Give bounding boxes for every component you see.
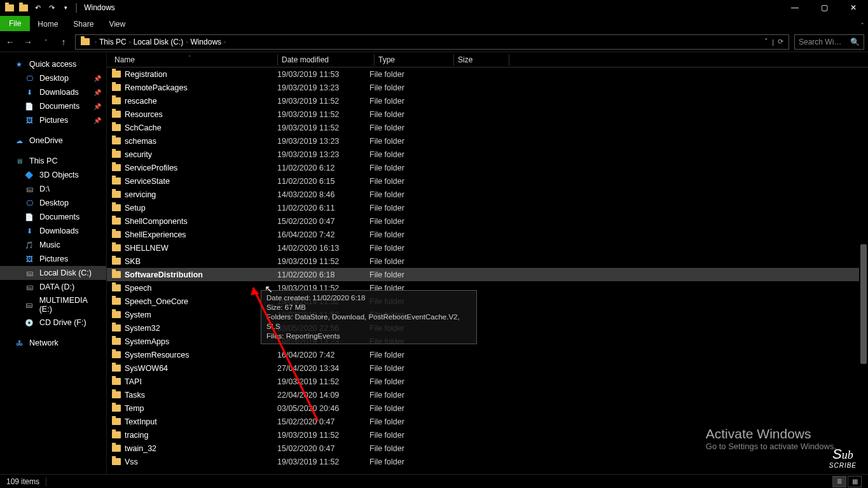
- sidebar-item[interactable]: 🖴Local Disk (C:): [0, 266, 106, 280]
- breadcrumb-local-disk-c[interactable]: Local Disk (C:): [134, 38, 184, 46]
- file-date: 19/03/2019 11:52: [277, 257, 369, 266]
- sidebar-item[interactable]: 💿CD Drive (F:): [0, 316, 106, 330]
- scrollbar[interactable]: [859, 67, 868, 474]
- search-input[interactable]: Search Wi… 🔍: [794, 34, 864, 50]
- close-button[interactable]: ✕: [839, 0, 868, 15]
- sidebar-item[interactable]: 🖴MULTIMEDIA (E:): [0, 294, 106, 316]
- navigation-pane[interactable]: ★ Quick access 🖵Desktop📌⬇Downloads📌📄Docu…: [0, 52, 107, 474]
- chevron-right-icon[interactable]: ›: [224, 39, 226, 45]
- home-tab[interactable]: Home: [30, 17, 65, 31]
- chevron-right-icon[interactable]: ›: [129, 39, 131, 45]
- file-name: SHELLNEW: [125, 244, 169, 253]
- file-row[interactable]: Speech_OneCore19/03/2019 11:52File folde…: [107, 295, 868, 308]
- share-tab[interactable]: Share: [65, 17, 101, 31]
- back-button[interactable]: ←: [4, 36, 17, 48]
- column-header-date[interactable]: Date modified: [282, 55, 374, 64]
- file-row[interactable]: schemas19/03/2019 13:23File folder: [107, 134, 868, 148]
- sidebar-network[interactable]: 🖧 Network: [0, 336, 106, 350]
- file-row[interactable]: SchCache19/03/2019 11:52File folder: [107, 121, 868, 134]
- chevron-right-icon[interactable]: ›: [95, 39, 97, 45]
- file-row[interactable]: SoftwareDistribution11/02/2020 6:18File …: [107, 268, 868, 281]
- file-type: File folder: [369, 244, 444, 253]
- sidebar-quick-access[interactable]: ★ Quick access: [0, 57, 106, 71]
- file-row[interactable]: SHELLNEW14/02/2020 16:13File folder: [107, 241, 868, 254]
- folder-icon: [112, 431, 121, 438]
- tooltip-line: Date created: 11/02/2020 6:18: [266, 293, 471, 303]
- file-date: 19/03/2019 13:23: [277, 137, 369, 146]
- folder-icon: [112, 71, 121, 78]
- forward-button[interactable]: →: [22, 36, 34, 48]
- refresh-icon[interactable]: ⟳: [778, 38, 783, 46]
- sidebar-item[interactable]: ⬇Downloads📌: [0, 85, 106, 99]
- downloads-icon: ⬇: [24, 87, 34, 97]
- file-row[interactable]: rescache19/03/2019 11:52File folder: [107, 94, 868, 108]
- file-row[interactable]: SKB19/03/2019 11:52File folder: [107, 254, 868, 268]
- sidebar-item-label: Downloads: [39, 88, 79, 97]
- file-row[interactable]: SystemApps19/03/2019 13:23File folder: [107, 335, 868, 348]
- details-view-button[interactable]: ≣: [832, 476, 846, 487]
- file-name: RemotePackages: [125, 83, 188, 92]
- sidebar-onedrive[interactable]: ☁ OneDrive: [0, 134, 106, 148]
- view-tab[interactable]: View: [101, 17, 133, 31]
- file-row[interactable]: ServiceState11/02/2020 6:15File folder: [107, 174, 868, 188]
- file-date: 19/03/2019 11:52: [277, 431, 369, 440]
- file-row[interactable]: ShellComponents15/02/2020 0:47File folde…: [107, 214, 868, 228]
- file-row[interactable]: Registration19/03/2019 11:53File folder: [107, 67, 868, 81]
- sidebar-item[interactable]: 🖴D:\: [0, 182, 106, 196]
- file-row[interactable]: SysWOW6427/04/2020 13:34File folder: [107, 361, 868, 375]
- file-row[interactable]: System19/03/2019 11:52File folder: [107, 308, 868, 321]
- sidebar-item[interactable]: 📄Documents📌: [0, 99, 106, 113]
- file-row[interactable]: servicing14/03/2020 8:46File folder: [107, 188, 868, 201]
- file-row[interactable]: ShellExperiences16/04/2020 7:42File fold…: [107, 228, 868, 241]
- file-row[interactable]: Tasks22/04/2020 14:09File folder: [107, 388, 868, 401]
- file-row[interactable]: Setup11/02/2020 6:11File folder: [107, 201, 868, 214]
- file-name: SKB: [125, 257, 141, 266]
- column-header-name[interactable]: Name ˄: [112, 55, 277, 64]
- undo-icon[interactable]: ↶: [32, 3, 43, 13]
- sidebar-item[interactable]: 🖵Desktop: [0, 196, 106, 210]
- file-row[interactable]: security19/03/2019 13:23File folder: [107, 148, 868, 161]
- breadcrumb-windows[interactable]: Windows: [190, 38, 221, 46]
- chevron-right-icon[interactable]: ›: [186, 39, 188, 45]
- minimize-button[interactable]: —: [780, 0, 809, 15]
- file-row[interactable]: System3203/05/2020 22:56File folder: [107, 321, 868, 335]
- icons-view-button[interactable]: ▦: [848, 476, 862, 487]
- sidebar-item[interactable]: 🖼Pictures: [0, 252, 106, 266]
- file-row[interactable]: Speech19/03/2019 11:52File folder: [107, 281, 868, 295]
- file-row[interactable]: Temp03/05/2020 20:46File folder: [107, 401, 868, 415]
- collapse-ribbon-icon[interactable]: ˅: [857, 20, 868, 31]
- breadcrumb-this-pc[interactable]: This PC: [99, 38, 127, 46]
- file-row[interactable]: ServiceProfiles11/02/2020 6:12File folde…: [107, 161, 868, 174]
- file-row[interactable]: TAPI19/03/2019 11:52File folder: [107, 375, 868, 388]
- recent-locations-icon[interactable]: ˅: [39, 36, 52, 48]
- address-bar: ← → ˅ ↑ › This PC › Local Disk (C:) › Wi…: [0, 32, 868, 52]
- file-row[interactable]: RemotePackages19/03/2019 13:23File folde…: [107, 81, 868, 94]
- file-row[interactable]: SystemResources16/04/2020 7:42File folde…: [107, 348, 868, 361]
- sidebar-item[interactable]: 🔷3D Objects: [0, 168, 106, 182]
- up-button[interactable]: ↑: [57, 36, 70, 48]
- address-dropdown-icon[interactable]: ˅: [764, 38, 768, 46]
- folder-icon: [112, 351, 121, 358]
- folder-icon: [112, 204, 121, 211]
- file-list-pane: Name ˄ Date modified Type Size Registrat…: [107, 52, 868, 474]
- redo-icon[interactable]: ↷: [46, 3, 57, 13]
- breadcrumb-box[interactable]: › This PC › Local Disk (C:) › Windows › …: [75, 34, 789, 50]
- column-header-size[interactable]: Size: [458, 55, 509, 64]
- maximize-button[interactable]: ▢: [809, 0, 839, 15]
- folder-icon: [112, 111, 121, 118]
- sidebar-item[interactable]: 🎵Music: [0, 238, 106, 252]
- sidebar-item[interactable]: 🖼Pictures📌: [0, 113, 106, 127]
- file-row[interactable]: Vss19/03/2019 11:52File folder: [107, 455, 868, 468]
- file-row[interactable]: Resources19/03/2019 11:52File folder: [107, 108, 868, 121]
- column-header-type[interactable]: Type: [378, 55, 453, 64]
- qat-dropdown-icon[interactable]: ▾: [60, 3, 71, 13]
- sidebar-item[interactable]: 🖵Desktop📌: [0, 71, 106, 85]
- sidebar-item[interactable]: 📄Documents: [0, 210, 106, 224]
- sidebar-item-label: CD Drive (F:): [39, 318, 86, 327]
- file-tab[interactable]: File: [0, 16, 30, 31]
- sidebar-item[interactable]: ⬇Downloads: [0, 224, 106, 238]
- sidebar-item[interactable]: 🖴DATA (D:): [0, 280, 106, 294]
- scrollbar-thumb[interactable]: [860, 244, 867, 364]
- sidebar-this-pc[interactable]: 🖥 This PC: [0, 154, 106, 168]
- folder-icon: [112, 137, 121, 144]
